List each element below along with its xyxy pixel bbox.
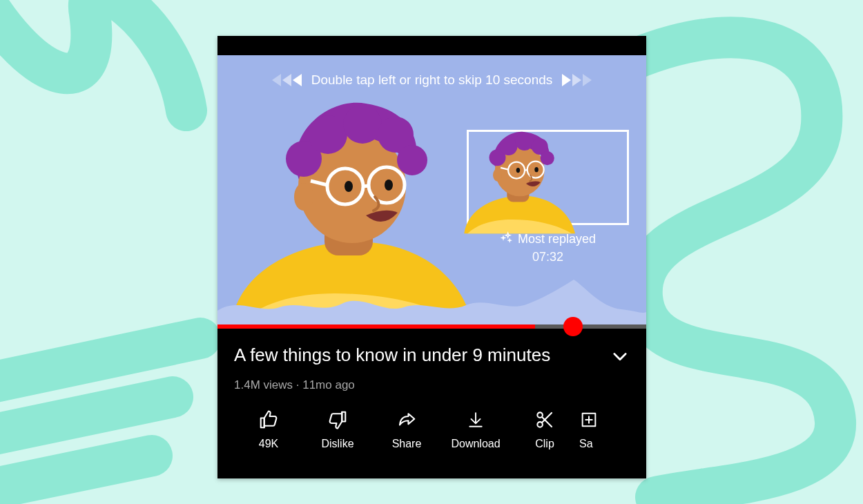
share-label: Share xyxy=(392,438,422,450)
save-label: Sa xyxy=(579,438,593,450)
video-player[interactable]: Double tap left or right to skip 10 seco… xyxy=(217,55,646,324)
scissors-icon xyxy=(534,409,555,431)
svg-point-27 xyxy=(534,167,539,172)
save-button[interactable]: Sa xyxy=(579,409,621,450)
clip-button[interactable]: Clip xyxy=(510,409,579,450)
svg-point-13 xyxy=(385,180,393,191)
most-replayed-label: Most replayed 07:32 xyxy=(467,230,629,266)
upload-age: 11mo ago xyxy=(302,378,355,391)
svg-point-17 xyxy=(500,137,518,155)
download-button[interactable]: Download xyxy=(441,409,510,450)
dislike-label: Dislike xyxy=(321,438,353,450)
download-label: Download xyxy=(451,438,500,450)
svg-point-6 xyxy=(397,145,427,175)
view-count: 1.4M views xyxy=(234,378,293,391)
preview-illustration xyxy=(458,129,579,234)
save-icon xyxy=(579,409,599,431)
fast-forward-icon xyxy=(562,74,592,86)
video-meta: A few things to know in under 9 minutes … xyxy=(217,329,646,399)
progress-filled xyxy=(217,324,535,329)
most-replayed-text: Most replayed xyxy=(518,232,596,246)
chevron-down-icon xyxy=(610,347,630,366)
video-title: A few things to know in under 9 minutes xyxy=(234,344,550,367)
svg-point-4 xyxy=(343,105,382,144)
svg-point-20 xyxy=(541,151,554,165)
seek-preview-thumbnail xyxy=(467,130,629,225)
progress-handle[interactable] xyxy=(563,317,583,336)
rewind-icon xyxy=(272,74,302,86)
svg-point-26 xyxy=(516,168,521,173)
expand-description-button[interactable] xyxy=(610,347,630,369)
action-bar: 49K Dislike Share Do xyxy=(217,399,646,450)
svg-point-12 xyxy=(345,181,353,192)
share-icon xyxy=(396,409,418,431)
video-watch-card: Double tap left or right to skip 10 seco… xyxy=(217,36,646,478)
most-replayed-time: 07:32 xyxy=(467,248,629,266)
replay-heatmap xyxy=(217,276,646,324)
download-icon xyxy=(467,409,485,431)
svg-point-18 xyxy=(516,133,534,151)
video-stats: 1.4M views · 11mo ago xyxy=(234,378,630,392)
share-button[interactable]: Share xyxy=(372,409,441,450)
progress-bar[interactable] xyxy=(217,324,646,329)
like-button[interactable]: 49K xyxy=(234,409,303,450)
skip-hint-overlay: Double tap left or right to skip 10 seco… xyxy=(217,72,646,88)
svg-point-3 xyxy=(309,115,347,154)
skip-hint-text: Double tap left or right to skip 10 seco… xyxy=(311,72,553,88)
sparkle-icon xyxy=(500,231,514,244)
clip-label: Clip xyxy=(535,438,554,450)
svg-point-7 xyxy=(294,183,313,211)
letterbox-top xyxy=(217,36,646,55)
thumbs-up-icon xyxy=(258,409,279,431)
like-count: 49K xyxy=(259,438,278,450)
svg-point-21 xyxy=(493,168,502,181)
dislike-button[interactable]: Dislike xyxy=(303,409,372,450)
svg-line-10 xyxy=(362,186,369,186)
thumbs-down-icon xyxy=(327,409,348,431)
